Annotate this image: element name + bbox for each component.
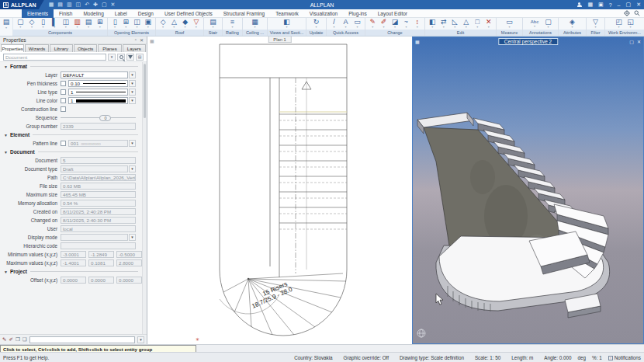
undo-icon[interactable]: ↶ <box>85 1 89 9</box>
tool-icon[interactable]: ◧▾ <box>427 19 438 30</box>
toolbar-icon[interactable]: ▦ <box>49 1 54 9</box>
views-tool-icon[interactable]: ◧▾ <box>281 19 293 30</box>
panel-tab-objects[interactable]: Objects <box>74 44 97 52</box>
tool-icon[interactable]: △▾ <box>461 19 473 30</box>
gear-icon[interactable] <box>624 10 630 16</box>
perspective-viewport[interactable]: ▦ Central perspective 2 ▢ ✕ <box>412 37 644 344</box>
search-icon[interactable] <box>634 10 640 16</box>
tool-icon[interactable]: ⊞▾ <box>120 19 131 30</box>
line-color-combo[interactable]: 1 <box>68 97 128 104</box>
favorites-combo[interactable] <box>29 336 135 343</box>
filter-combo[interactable]: Document <box>3 54 106 61</box>
tool-icon[interactable]: ◫▾ <box>132 19 143 30</box>
tab-plugins[interactable]: Plug-ins <box>343 9 372 18</box>
tool-icon[interactable]: □▾ <box>472 19 483 30</box>
perspective-view-tab[interactable]: Central perspective 2 <box>498 38 558 45</box>
tool-icon[interactable]: ◱▾ <box>625 19 636 30</box>
line-color-checkbox[interactable] <box>61 98 66 103</box>
panel-tab-planes[interactable]: Planes <box>98 44 121 52</box>
status-angle-unit[interactable]: deg <box>578 355 587 360</box>
restore-button[interactable]: ▢ <box>626 2 632 8</box>
toolbar-icon[interactable]: ▢ <box>102 1 107 9</box>
tab-user-defined-objects[interactable]: User Defined Objects <box>159 9 218 18</box>
chevron-down-icon[interactable]: ▼ <box>129 97 136 104</box>
pen-thickness-checkbox[interactable] <box>61 81 66 86</box>
close-icon[interactable]: ✕ <box>637 39 641 44</box>
list-view-button[interactable]: ▤ <box>136 54 144 61</box>
tool-icon[interactable]: ◪▾ <box>390 19 400 30</box>
scrollbar-thumb[interactable] <box>144 64 146 118</box>
stair-tool-icon[interactable]: ▤▾ <box>207 19 219 30</box>
tool-icon[interactable]: ◫▾ <box>61 19 72 30</box>
tab-structural-framing[interactable]: Structural Framing <box>218 9 270 18</box>
tool-icon[interactable]: ◆▾ <box>180 19 191 30</box>
pencil-tool-icon[interactable]: ✎▾ <box>367 19 378 30</box>
combo-dropdown-button[interactable]: ▾ <box>108 54 116 61</box>
attributes-tool-icon[interactable]: ◈▾ <box>566 19 578 30</box>
tool-icon[interactable]: ~▾ <box>400 19 411 30</box>
maximize-icon[interactable]: ▢ <box>629 39 634 44</box>
abc-annotation-icon[interactable]: Abc▾ <box>527 19 542 28</box>
toolbar-icon[interactable]: ▤ <box>57 1 63 9</box>
close-button[interactable]: ✕ <box>636 2 641 8</box>
apps-grid-icon[interactable]: ▦ <box>587 2 593 8</box>
tab-finish[interactable]: Finish <box>54 9 78 18</box>
delete-tool-icon[interactable]: ✕▾ <box>483 19 495 30</box>
pattern-line-checkbox[interactable] <box>61 141 66 146</box>
slider-thumb[interactable]: 0 <box>99 115 111 121</box>
panel-tab-properties[interactable]: Properties <box>1 44 24 52</box>
chevron-down-icon[interactable]: ▼ <box>129 89 136 96</box>
tool-icon[interactable]: △▾ <box>168 19 179 30</box>
tool-icon[interactable]: ◰▾ <box>613 19 625 30</box>
tool-icon[interactable]: ◇▾ <box>158 19 168 30</box>
notifications-button[interactable]: !Notifications <box>608 355 641 360</box>
tool-icon[interactable]: ▣▾ <box>143 19 154 30</box>
toolbar-icon[interactable]: ▥ <box>67 1 72 9</box>
status-drawing-type[interactable]: Drawing type: Scale definition <box>400 355 464 360</box>
tool-icon[interactable]: ▢▾ <box>542 19 554 30</box>
tool-icon[interactable]: ▽▾ <box>191 19 202 30</box>
ceiling-tool-icon[interactable]: ▦▾ <box>249 19 261 30</box>
apply-parameters-icon[interactable]: ✐ <box>9 336 12 343</box>
chevron-down-icon[interactable]: ▼ <box>129 71 136 78</box>
tool-icon[interactable]: ⊞▾ <box>94 19 106 30</box>
toolbar-icon[interactable]: ✕ <box>111 1 116 9</box>
paste-icon[interactable]: ❏ <box>23 336 27 343</box>
chevron-down-icon[interactable]: ▼ <box>129 80 136 87</box>
line-type-checkbox[interactable] <box>61 89 66 95</box>
panel-tab-layers[interactable]: Layers <box>123 44 146 52</box>
viewport-menu-icon[interactable]: ▦ <box>150 38 154 44</box>
chevron-down-icon[interactable]: ▼ <box>129 234 136 241</box>
toolbar-icon[interactable]: ✚ <box>93 1 98 9</box>
tool-icon[interactable]: ⇄▾ <box>438 19 450 30</box>
tool-icon[interactable]: ↕▾ <box>412 19 423 30</box>
railing-tool-icon[interactable]: ≡▾ <box>227 19 238 30</box>
pin-icon[interactable]: ▫ <box>135 37 137 43</box>
dimension-tool-icon[interactable]: ▭▾ <box>351 19 363 30</box>
filter-funnel-icon[interactable]: ▽▾ <box>590 19 601 30</box>
take-parameters-icon[interactable]: ✎ <box>2 336 6 343</box>
panel-scrollbar[interactable] <box>142 62 147 334</box>
section-project[interactable]: ▼Project <box>0 267 142 276</box>
tool-icon[interactable]: ◺▾ <box>449 19 461 30</box>
tool-icon[interactable]: ▢▾ <box>15 19 26 30</box>
chevron-down-icon[interactable]: ▼ <box>137 336 144 343</box>
filter-button[interactable] <box>126 54 134 61</box>
construction-line-checkbox[interactable] <box>61 106 66 112</box>
tab-teamwork[interactable]: Teamwork <box>270 9 304 18</box>
close-icon[interactable]: ✕ <box>140 37 144 43</box>
chevron-down-icon[interactable]: ▼ <box>129 140 136 147</box>
tab-design[interactable]: Design <box>133 9 159 18</box>
panel-tab-library[interactable]: Library <box>50 44 73 52</box>
section-format[interactable]: ▼Format <box>0 62 142 71</box>
update-tool-icon[interactable]: ↻▾ <box>310 19 322 30</box>
toolbar-icon[interactable]: ◫ <box>76 1 81 9</box>
status-scale[interactable]: Scale: 1: 50 <box>475 355 500 360</box>
tool-icon[interactable]: ▥▾ <box>71 19 83 30</box>
copy-icon[interactable]: ❐ <box>16 336 20 343</box>
text-tool-icon[interactable]: A▾ <box>340 19 351 30</box>
pen-thickness-combo[interactable]: 0.10 <box>68 80 128 87</box>
shop-cart-icon[interactable]: ▣ <box>598 2 604 8</box>
tool-icon[interactable]: ▌▾ <box>49 19 61 30</box>
properties-palette-toggle[interactable]: ▤▾ <box>0 18 13 36</box>
